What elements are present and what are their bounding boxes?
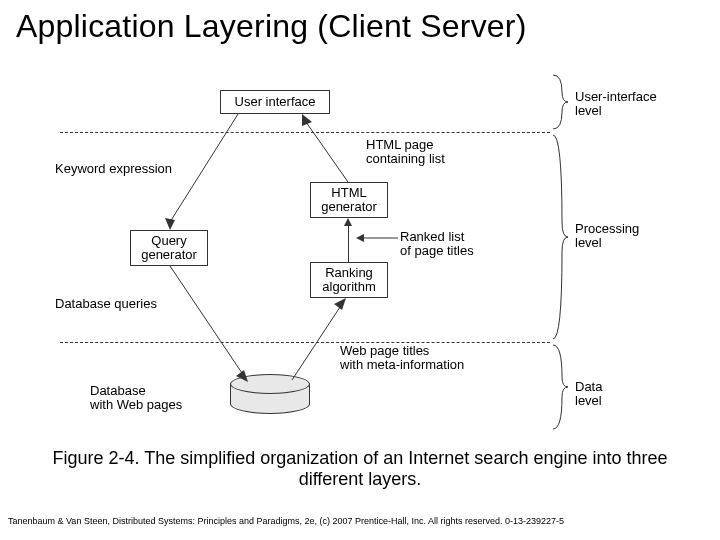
box-user-interface: User interface (220, 90, 330, 114)
label-web-titles: Web page titles with meta-information (340, 344, 464, 373)
arrow-query-to-db (168, 266, 258, 386)
svg-marker-1 (165, 218, 175, 230)
arrow-htmlgen-to-ui (300, 114, 360, 184)
box-label: Query generator (141, 234, 197, 263)
level-label-processing: Processing level (575, 222, 639, 251)
svg-marker-9 (356, 234, 364, 242)
level-label-data: Data level (575, 380, 620, 409)
figure-caption: Figure 2-4. The simplified organization … (0, 448, 720, 490)
svg-line-4 (170, 266, 244, 376)
pointer-ranked-list (356, 232, 400, 246)
label-database: Database with Web pages (90, 384, 182, 413)
level-label-ui: User-interface level (575, 90, 657, 119)
box-html-generator: HTML generator (310, 182, 388, 218)
box-query-generator: Query generator (130, 230, 208, 266)
svg-marker-7 (334, 298, 346, 310)
box-ranking-algorithm: Ranking algorithm (310, 262, 388, 298)
svg-line-2 (306, 122, 348, 182)
svg-line-6 (292, 304, 342, 380)
arrow-ranking-to-htmlgen-line (348, 224, 349, 262)
brace-processing-level (550, 132, 570, 342)
label-ranked-list: Ranked list of page titles (400, 230, 474, 259)
label-html-page: HTML page containing list (366, 138, 445, 167)
reference-line: Tanenbaum & Van Steen, Distributed Syste… (8, 516, 712, 526)
label-db-queries: Database queries (55, 297, 157, 311)
svg-line-0 (170, 114, 238, 222)
brace-data-level (550, 342, 570, 432)
svg-marker-5 (236, 370, 248, 382)
box-label: User interface (235, 95, 316, 109)
diagram-canvas: User interface HTML generator Query gene… (60, 72, 620, 442)
brace-ui-level (550, 72, 570, 132)
box-label: HTML generator (321, 186, 377, 215)
arrow-ranking-to-htmlgen-head (344, 218, 352, 226)
box-label: Ranking algorithm (322, 266, 375, 295)
page-title: Application Layering (Client Server) (0, 0, 720, 45)
label-keyword: Keyword expression (55, 162, 172, 176)
